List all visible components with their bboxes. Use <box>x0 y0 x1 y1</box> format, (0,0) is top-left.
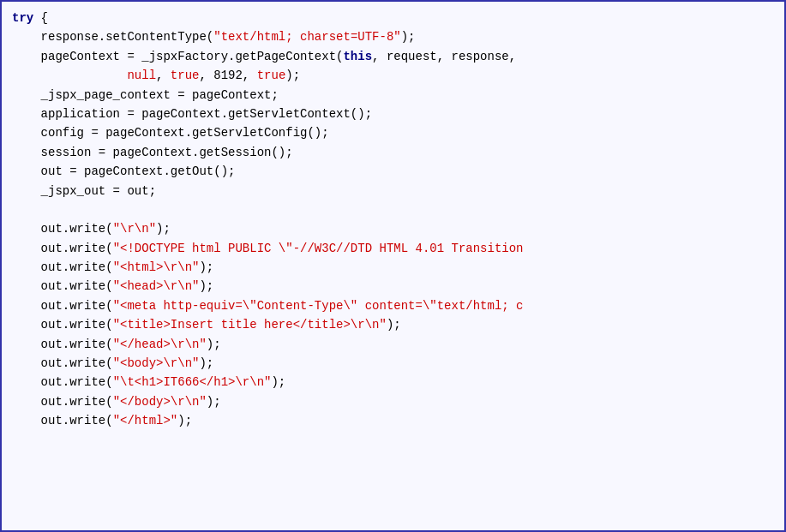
code-line-7: config = pageContext.getServletConfig(); <box>12 123 774 142</box>
code-line-10: _jspx_out = out; <box>12 182 774 200</box>
code-line-12: out.write("<!DOCTYPE html PUBLIC \"-//W3… <box>12 239 774 258</box>
code-viewer: try { response.setContentType("text/html… <box>0 0 786 532</box>
code-line-20: out.write("</body>\r\n"); <box>12 392 774 411</box>
code-line-17: out.write("</head>\r\n"); <box>12 335 774 354</box>
code-line-8: session = pageContext.getSession(); <box>12 143 774 162</box>
code-line-11: out.write("\r\n"); <box>12 219 774 238</box>
code-line-2: response.setContentType("text/html; char… <box>12 27 774 46</box>
code-line-15: out.write("<meta http-equiv=\"Content-Ty… <box>12 296 774 315</box>
code-line-21: out.write("</html>"); <box>12 411 774 430</box>
code-line-18: out.write("<body>\r\n"); <box>12 354 774 373</box>
code-line-19: out.write("\t<h1>IT666</h1>\r\n"); <box>12 373 774 392</box>
code-line-1: try { <box>12 9 774 27</box>
code-line-14: out.write("<head>\r\n"); <box>12 277 774 296</box>
code-line-13: out.write("<html>\r\n"); <box>12 258 774 277</box>
code-line-9: out = pageContext.getOut(); <box>12 162 774 181</box>
code-line-6: application = pageContext.getServletCont… <box>12 105 774 123</box>
code-line-16: out.write("<title>Insert title here</tit… <box>12 315 774 334</box>
code-line-3: pageContext = _jspxFactory.getPageContex… <box>12 47 774 66</box>
code-line-blank1 <box>12 200 774 219</box>
code-line-5: _jspx_page_context = pageContext; <box>12 86 774 105</box>
code-line-4: null, true, 8192, true); <box>12 66 774 85</box>
